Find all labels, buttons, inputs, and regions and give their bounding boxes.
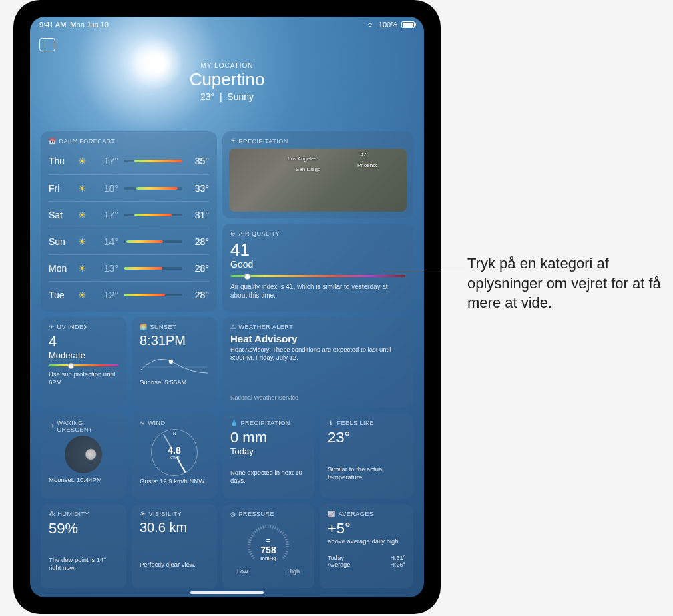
status-bar: 9:41 AM Mon Jun 10 ᯤ 100% bbox=[30, 17, 424, 29]
forecast-high: 33° bbox=[188, 183, 209, 194]
forecast-low: 17° bbox=[97, 156, 118, 166]
forecast-row[interactable]: Fri☀︎18°33° bbox=[49, 174, 209, 201]
precipitation-map[interactable]: Los AngelesSan DiegoAZPhoenix bbox=[229, 149, 407, 212]
forecast-row[interactable]: Sun☀︎14°28° bbox=[49, 228, 209, 254]
precipitation-map-card[interactable]: ☔︎PRECIPITATION Los AngelesSan DiegoAZPh… bbox=[222, 131, 413, 218]
wind-compass: N 4.8 km/h bbox=[151, 429, 198, 476]
forecast-row[interactable]: Tue☀︎12°28° bbox=[49, 281, 209, 308]
sunset-card[interactable]: 🌅SUNSET 8:31PM Sunrise: 5:55AM bbox=[132, 317, 217, 408]
forecast-high: 28° bbox=[188, 290, 209, 300]
averages-sub: above average daily high bbox=[328, 537, 405, 545]
forecast-low: 13° bbox=[97, 263, 118, 274]
aq-description: Air quality index is 41, which is simila… bbox=[230, 282, 405, 300]
calendar-icon: 📅 bbox=[49, 138, 57, 145]
thermometer-icon: 🌡︎ bbox=[328, 420, 334, 426]
visibility-note: Perfectly clear view. bbox=[140, 561, 209, 569]
sun-icon: ☀︎ bbox=[78, 210, 97, 220]
moon-icon: ☽ bbox=[49, 423, 55, 430]
forecast-low: 18° bbox=[97, 183, 118, 194]
moon-graphic bbox=[65, 436, 102, 473]
sunset-icon: 🌅 bbox=[140, 324, 148, 330]
daily-forecast-card[interactable]: 📅DAILY FORECAST Thu☀︎17°35°Fri☀︎18°33°Sa… bbox=[41, 131, 217, 312]
visibility-value: 30.6 km bbox=[140, 520, 209, 535]
averages-card[interactable]: 📈AVERAGES +5° above average daily high T… bbox=[320, 504, 413, 588]
uv-status: Moderate bbox=[49, 350, 118, 360]
home-indicator[interactable] bbox=[190, 591, 264, 594]
sunrise-time: Sunrise: 5:55AM bbox=[140, 378, 209, 386]
humidity-card[interactable]: ⁂HUMIDITY 59% The dew point is 14° right… bbox=[41, 504, 126, 588]
pressure-gauge: = 758 mmHg bbox=[244, 520, 292, 568]
my-location-label: MY LOCATION bbox=[30, 62, 424, 69]
forecast-low: 14° bbox=[97, 236, 118, 247]
map-city-label: AZ bbox=[360, 151, 367, 158]
feels-note: Similar to the actual temperature. bbox=[328, 465, 405, 482]
battery-percent: 100% bbox=[379, 21, 397, 29]
callout-text: Tryk på en kategori af oplysninger om ve… bbox=[467, 254, 661, 313]
map-city-label: Los Angeles bbox=[288, 156, 317, 162]
sun-icon: ☀︎ bbox=[49, 324, 55, 330]
pressure-high: High bbox=[287, 568, 300, 575]
aq-value: 41 bbox=[230, 240, 405, 260]
forecast-row[interactable]: Sat☀︎17°31° bbox=[49, 201, 209, 228]
temp-range-bar bbox=[124, 240, 182, 243]
forecast-day: Sun bbox=[49, 236, 78, 247]
weather-alert-card[interactable]: ⚠︎WEATHER ALERT Heat Advisory Heat Advis… bbox=[222, 317, 413, 408]
aq-icon: ⊜ bbox=[230, 230, 236, 237]
temp-range-bar bbox=[124, 187, 182, 190]
temp-range-bar bbox=[124, 160, 182, 162]
svg-point-0 bbox=[169, 360, 173, 364]
forecast-low: 12° bbox=[97, 290, 118, 300]
chart-icon: 📈 bbox=[328, 511, 336, 517]
forecast-day: Sat bbox=[49, 210, 78, 220]
sidebar-button[interactable] bbox=[39, 38, 55, 51]
ipad-frame: 9:41 AM Mon Jun 10 ᯤ 100% MY LOCATION Cu… bbox=[13, 0, 441, 614]
forecast-day: Tue bbox=[49, 290, 78, 300]
wind-card[interactable]: ≋WIND N 4.8 km/h Gusts: 12.9 km/h NNW bbox=[132, 413, 217, 499]
humidity-value: 59% bbox=[49, 520, 118, 537]
aq-scale bbox=[230, 275, 405, 277]
weather-app-screen: 9:41 AM Mon Jun 10 ᯤ 100% MY LOCATION Cu… bbox=[30, 17, 424, 597]
drop-icon: 💧 bbox=[230, 420, 238, 426]
sun-icon: ☀︎ bbox=[78, 156, 97, 166]
forecast-row[interactable]: Thu☀︎17°35° bbox=[49, 147, 209, 174]
temp-range-bar bbox=[124, 214, 182, 216]
temp-range-bar bbox=[124, 267, 182, 270]
wind-icon: ≋ bbox=[140, 420, 146, 426]
city-name: Cupertino bbox=[30, 69, 424, 90]
feels-like-card[interactable]: 🌡︎FEELS LIKE 23° Similar to the actual t… bbox=[320, 413, 413, 499]
precip-sub: Today bbox=[230, 446, 306, 456]
callout-line bbox=[383, 272, 465, 272]
uv-index-card[interactable]: ☀︎UV INDEX 4 Moderate Use sun protection… bbox=[41, 317, 126, 408]
visibility-card[interactable]: 👁︎VISIBILITY 30.6 km Perfectly clear vie… bbox=[132, 504, 217, 588]
alert-source: National Weather Service bbox=[230, 394, 298, 401]
sun-icon: ☀︎ bbox=[78, 236, 97, 247]
forecast-high: 28° bbox=[188, 236, 209, 247]
forecast-day: Mon bbox=[49, 263, 78, 274]
precipitation-amount-card[interactable]: 💧PRECIPITATION 0 mm Today None expected … bbox=[222, 413, 314, 499]
gauge-icon: ◷ bbox=[230, 511, 236, 517]
alert-heading: Heat Advisory bbox=[230, 333, 405, 344]
pressure-card[interactable]: ◷PRESSURE = 758 mmHg Low High bbox=[222, 504, 314, 588]
pressure-low: Low bbox=[237, 568, 248, 575]
moon-phase-card[interactable]: ☽WAXING CRESCENT Moonset: 10:44PM bbox=[41, 413, 126, 499]
umbrella-icon: ☔︎ bbox=[230, 138, 236, 145]
current-conditions: 23° | Sunny bbox=[30, 91, 424, 102]
wind-gusts: Gusts: 12.9 km/h NNW bbox=[140, 477, 209, 485]
temp-range-bar bbox=[124, 294, 182, 296]
feels-value: 23° bbox=[328, 429, 405, 446]
alert-icon: ⚠︎ bbox=[230, 324, 236, 330]
uv-scale bbox=[49, 364, 118, 366]
humidity-note: The dew point is 14° right now. bbox=[49, 556, 118, 573]
battery-icon bbox=[401, 21, 415, 28]
map-city-label: Phoenix bbox=[357, 162, 377, 168]
forecast-low: 17° bbox=[97, 210, 118, 220]
uv-value: 4 bbox=[49, 333, 118, 350]
air-quality-card[interactable]: ⊜AIR QUALITY 41 Good Air quality index i… bbox=[222, 224, 413, 312]
uv-note: Use sun protection until 6PM. bbox=[49, 370, 118, 387]
forecast-high: 28° bbox=[188, 263, 209, 274]
aq-status: Good bbox=[230, 259, 405, 270]
wifi-icon: ᯤ bbox=[367, 21, 375, 29]
forecast-row[interactable]: Mon☀︎13°28° bbox=[49, 254, 209, 281]
location-header[interactable]: MY LOCATION Cupertino 23° | Sunny bbox=[30, 29, 424, 113]
averages-value: +5° bbox=[328, 520, 405, 537]
